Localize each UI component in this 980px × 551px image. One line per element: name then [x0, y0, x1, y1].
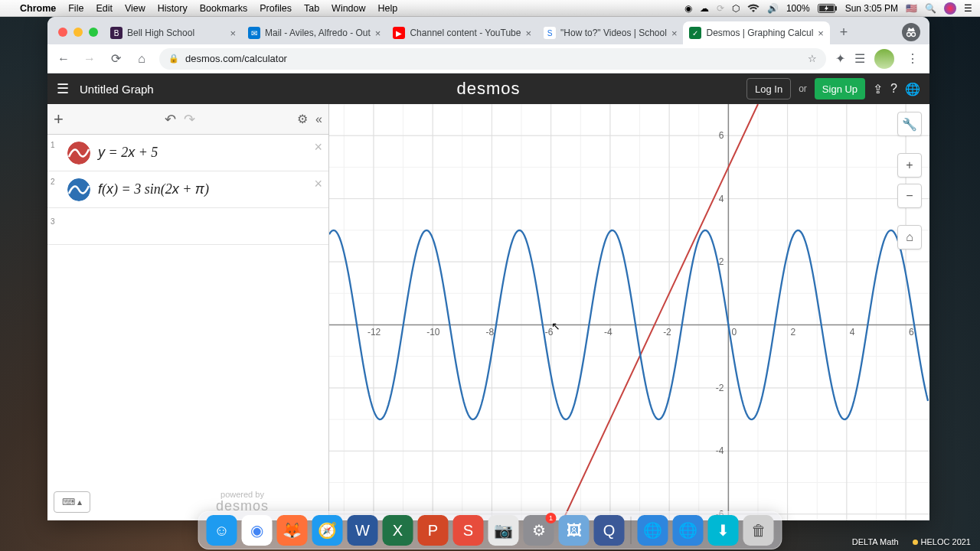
menu-edit[interactable]: Edit	[96, 3, 113, 14]
undo-button[interactable]: ↶	[165, 111, 176, 128]
menubar-clock[interactable]: Sun 3:05 PM	[845, 3, 898, 14]
language-icon[interactable]: 🌐	[905, 82, 920, 96]
graph-canvas[interactable]: -12-10-8-6-4-20246-6-4-2246 🔧 + − ⌂ ↖	[329, 104, 929, 520]
menu-history[interactable]: History	[158, 3, 188, 14]
menubar-app[interactable]: Chrome	[20, 3, 56, 14]
svg-text:-2: -2	[716, 383, 724, 393]
nav-home[interactable]: ⌂	[133, 52, 150, 66]
sidebar-toolbar: + ↶ ↷ ⚙ «	[47, 104, 328, 135]
add-expression-button[interactable]: +	[54, 109, 64, 129]
lock-icon: 🔒	[168, 54, 179, 64]
tab-favicon: ✓	[689, 27, 701, 39]
chrome-menu[interactable]: ⋮	[903, 51, 922, 66]
cloud-icon[interactable]: ☁	[700, 3, 709, 14]
bookmark-star-icon[interactable]: ☆	[808, 53, 817, 64]
extensions-icon[interactable]: ✦	[835, 51, 845, 66]
share-icon[interactable]: ⇪	[873, 82, 883, 96]
svg-text:-6: -6	[545, 327, 554, 337]
or-label: or	[799, 83, 807, 94]
expression-delete-icon[interactable]: ×	[314, 176, 322, 192]
expression-color-swatch[interactable]	[67, 178, 90, 201]
menu-file[interactable]: File	[68, 3, 83, 14]
login-button[interactable]: Log In	[746, 78, 791, 99]
expression-math[interactable]: y = 2x + 5	[98, 145, 158, 161]
tab-2[interactable]: ▶ Channel content - YouTube ×	[387, 21, 537, 44]
nav-reload[interactable]: ⟳	[107, 51, 124, 66]
expression-index: 2	[47, 174, 67, 186]
tab-close-icon[interactable]: ×	[671, 28, 678, 39]
flag-icon[interactable]: 🇺🇸	[906, 3, 917, 14]
tab-label: Channel content - YouTube	[410, 28, 521, 38]
menu-window[interactable]: Window	[332, 3, 365, 14]
tab-strip: B Bell High School ×✉ Mail - Aviles, Alf…	[47, 17, 929, 44]
zoom-out-button[interactable]: −	[897, 184, 922, 208]
svg-text:2: 2	[719, 256, 724, 267]
tab-close-icon[interactable]: ×	[230, 28, 236, 39]
menu-tab[interactable]: Tab	[304, 3, 319, 14]
tab-0[interactable]: B Bell High School ×	[104, 21, 242, 44]
omnibox[interactable]: 🔒 desmos.com/calculator ☆	[159, 48, 826, 70]
nav-back[interactable]: ←	[55, 52, 72, 66]
tab-1[interactable]: ✉ Mail - Aviles, Alfredo - Out ×	[242, 21, 387, 44]
battery-pct: 100%	[786, 3, 810, 14]
svg-text:6: 6	[719, 130, 724, 141]
window-maximize[interactable]	[89, 28, 98, 37]
expression-delete-icon[interactable]: ×	[314, 139, 322, 155]
expression-row[interactable]: 1 y = 2x + 5 ×	[47, 135, 328, 171]
chrome-avatar[interactable]	[874, 49, 894, 69]
desmos-header: ☰ Untitled Graph desmos Log In or Sign U…	[47, 73, 929, 104]
help-icon[interactable]: ?	[890, 82, 897, 96]
updates-icon[interactable]: ⬡	[732, 3, 740, 14]
menu-profiles[interactable]: Profiles	[260, 3, 292, 14]
tab-3[interactable]: S "How to?" Videos | School ×	[537, 21, 683, 44]
hamburger-icon[interactable]: ☰	[57, 80, 69, 97]
expression-math[interactable]: f(x) = 3 sin(2x + π)	[98, 181, 209, 197]
menu-view[interactable]: View	[125, 3, 145, 14]
menubar-right: ◉ ☁ ⟳ ⬡ 🔊 100% Sun 3:05 PM 🇺🇸 🔍 ☰	[684, 2, 972, 15]
svg-text:-10: -10	[426, 327, 440, 337]
svg-text:4: 4	[719, 194, 724, 204]
expression-row[interactable]: 2 f(x) = 3 sin(2x + π) ×	[47, 171, 328, 208]
signup-button[interactable]: Sign Up	[815, 78, 865, 99]
sync-icon[interactable]: ⟳	[717, 3, 724, 14]
tab-close-icon[interactable]: ×	[818, 28, 824, 39]
menu-help[interactable]: Help	[378, 3, 398, 14]
tab-label: "How to?" Videos | School	[560, 28, 667, 38]
graph-settings-icon[interactable]: 🔧	[897, 112, 922, 136]
tab-close-icon[interactable]: ×	[525, 28, 531, 39]
battery-icon[interactable]	[818, 4, 838, 13]
settings-icon[interactable]: ⚙	[297, 112, 308, 126]
svg-text:-8: -8	[485, 327, 494, 337]
reading-list-icon[interactable]: ☰	[854, 51, 865, 66]
chrome-profile-incognito[interactable]	[902, 23, 920, 41]
svg-text:6: 6	[909, 327, 914, 337]
svg-text:0: 0	[731, 327, 737, 337]
expression-list: 1 y = 2x + 5 ×2 f(x) = 3 sin(2x + π) ×3	[47, 135, 328, 520]
spotlight-icon[interactable]: 🔍	[925, 3, 936, 14]
zoom-home-button[interactable]: ⌂	[897, 225, 922, 249]
zoom-in-button[interactable]: +	[897, 153, 922, 178]
chrome-window: B Bell High School ×✉ Mail - Aviles, Alf…	[47, 17, 929, 520]
window-close[interactable]	[58, 28, 67, 37]
menu-bookmarks[interactable]: Bookmarks	[200, 3, 248, 14]
window-minimize[interactable]	[74, 28, 83, 37]
address-bar: ← → ⟳ ⌂ 🔒 desmos.com/calculator ☆ ✦ ☰ ⋮	[47, 44, 929, 73]
control-center-icon[interactable]: ☰	[964, 3, 972, 14]
expression-color-swatch[interactable]	[67, 142, 90, 165]
svg-point-3	[907, 33, 911, 37]
tab-close-icon[interactable]: ×	[375, 28, 381, 39]
control-icon[interactable]: ◉	[684, 3, 692, 14]
wifi-icon[interactable]	[747, 4, 760, 13]
keyboard-button[interactable]: ⌨ ▴	[54, 491, 90, 513]
volume-icon[interactable]: 🔊	[767, 3, 779, 14]
expression-sidebar: + ↶ ↷ ⚙ « 1 y = 2x + 5 ×2 f(x) = 3 sin(2…	[47, 104, 329, 520]
expression-index: 1	[47, 138, 67, 149]
expression-empty[interactable]: 3	[47, 208, 328, 245]
new-tab-button[interactable]: +	[833, 21, 854, 43]
graph-title[interactable]: Untitled Graph	[80, 83, 154, 96]
svg-text:2: 2	[791, 327, 796, 337]
collapse-sidebar-icon[interactable]: «	[315, 112, 322, 126]
tab-4[interactable]: ✓ Desmos | Graphing Calcul ×	[683, 21, 829, 44]
svg-text:-2: -2	[663, 327, 671, 337]
siri-icon[interactable]	[944, 2, 956, 15]
